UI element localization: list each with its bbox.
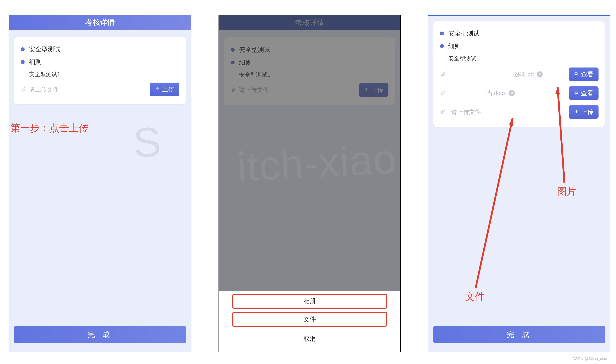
bullet-dot-icon	[440, 32, 444, 35]
upload-arrow-icon	[155, 86, 160, 93]
sheet-cancel-button[interactable]: 取消	[219, 331, 400, 346]
upload-placeholder: 请上传文件	[451, 108, 481, 116]
subtitle: 安全型测试1	[29, 71, 179, 78]
remove-file-icon[interactable]: ✕	[509, 90, 515, 96]
upload-row: 请上传文件 上传	[21, 83, 179, 96]
bullet-dot-icon	[440, 44, 444, 48]
page-header: 考核详情	[9, 15, 191, 30]
annotation-file-label: 文件	[465, 290, 485, 303]
annotation-step1: 第一步：点击上传	[10, 121, 89, 135]
bullet-row-1: 安全型测试	[440, 29, 599, 38]
upload-placeholder: 请上传文件	[29, 85, 59, 93]
panel-step1: 考核详情 安全型测试 细则 安全型测试1 请上传文件	[9, 15, 191, 352]
upload-row: 请上传文件 上传	[440, 105, 599, 119]
bullet-1-label: 安全型测试	[29, 45, 60, 53]
upload-button-label: 上传	[581, 108, 593, 116]
complete-label: 完 成	[88, 330, 112, 339]
view-button-1[interactable]: 查看	[569, 67, 599, 81]
panel1-content: 安全型测试 细则 安全型测试1 请上传文件 上传	[9, 30, 191, 352]
sheet-file-label: 文件	[303, 315, 316, 324]
complete-button[interactable]: 完 成	[14, 326, 186, 343]
paperclip-icon	[21, 87, 26, 92]
assessment-card: 安全型测试 细则 安全型测试1 图码.jpg ✕	[433, 21, 605, 127]
svg-point-0	[575, 72, 577, 75]
bullet-2-label: 细则	[448, 42, 461, 50]
upload-button-label: 上传	[162, 85, 174, 93]
panel-step3: 安全型测试 细则 安全型测试1 图码.jpg ✕	[428, 15, 610, 352]
upload-button[interactable]: 上传	[150, 83, 179, 96]
file-1-name: 图码.jpg	[513, 71, 534, 78]
upload-left: 请上传文件	[440, 108, 481, 116]
file-row-1: 图码.jpg ✕ 查看	[440, 67, 599, 81]
file-2-name: 当.docx	[487, 90, 506, 97]
upload-button[interactable]: 上传	[569, 105, 599, 119]
file-row-2: 当.docx ✕ 查看	[440, 86, 599, 100]
view-button-label: 查看	[581, 70, 593, 78]
assessment-card: 安全型测试 细则 安全型测试1 请上传文件 上传	[14, 37, 186, 104]
file-left: 图码.jpg ✕	[440, 71, 543, 78]
subtitle: 安全型测试1	[448, 55, 599, 62]
panel-step2: 考核详情 安全型测试 细则 安全型测试1 请上传文件	[218, 15, 401, 352]
sheet-file-button[interactable]: 文件	[232, 312, 387, 327]
search-icon	[574, 90, 579, 97]
header-title: 考核详情	[85, 17, 115, 27]
view-button-2[interactable]: 查看	[569, 86, 599, 100]
upload-left: 请上传文件	[21, 85, 59, 93]
bullet-1-label: 安全型测试	[448, 29, 479, 38]
bullet-row-1: 安全型测试	[21, 45, 179, 53]
bullet-2-label: 细则	[29, 58, 41, 66]
svg-point-1	[575, 91, 577, 93]
complete-label: 完 成	[507, 330, 532, 339]
footer-credit: CSDN @Stitch_xiao	[573, 356, 607, 361]
panel3-content: 安全型测试 细则 安全型测试1 图码.jpg ✕	[428, 16, 610, 352]
bullet-row-2: 细则	[440, 42, 599, 50]
paperclip-icon	[440, 91, 445, 96]
paperclip-icon	[440, 109, 445, 115]
view-button-label: 查看	[581, 89, 593, 97]
bullet-dot-icon	[21, 60, 25, 64]
complete-button[interactable]: 完 成	[433, 326, 605, 343]
action-sheet: 相册 文件 取消	[219, 291, 400, 352]
sheet-album-label: 相册	[303, 297, 316, 305]
file-left: 当.docx ✕	[440, 90, 515, 97]
search-icon	[574, 71, 579, 78]
bullet-row-2: 细则	[21, 58, 179, 66]
sheet-cancel-label: 取消	[303, 335, 316, 343]
upload-arrow-icon	[574, 108, 579, 116]
paperclip-icon	[440, 72, 445, 77]
annotation-image-label: 图片	[557, 185, 576, 198]
sheet-album-button[interactable]: 相册	[232, 294, 387, 309]
remove-file-icon[interactable]: ✕	[537, 71, 543, 77]
bullet-dot-icon	[21, 47, 25, 51]
